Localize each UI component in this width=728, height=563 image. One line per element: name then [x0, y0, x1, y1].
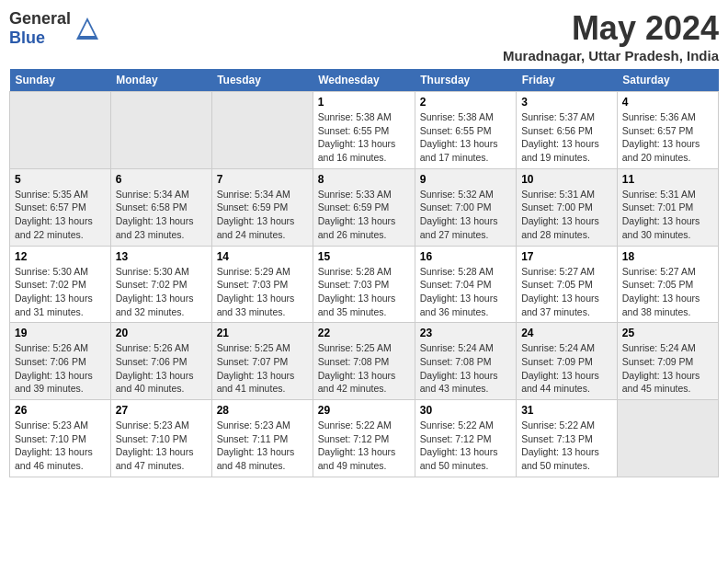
day-info: Sunrise: 5:38 AM Sunset: 6:55 PM Dayligh… — [318, 110, 410, 165]
calendar-row: 1Sunrise: 5:38 AM Sunset: 6:55 PM Daylig… — [10, 92, 719, 169]
main-title: May 2024 — [503, 9, 719, 48]
calendar-cell: 18Sunrise: 5:27 AM Sunset: 7:05 PM Dayli… — [617, 246, 718, 323]
day-number: 5 — [15, 173, 106, 186]
day-number: 3 — [521, 96, 612, 109]
day-info: Sunrise: 5:27 AM Sunset: 7:05 PM Dayligh… — [622, 265, 713, 319]
day-number: 17 — [521, 250, 612, 263]
day-number: 9 — [420, 173, 511, 186]
calendar-cell: 3Sunrise: 5:37 AM Sunset: 6:56 PM Daylig… — [517, 92, 618, 169]
day-info: Sunrise: 5:31 AM Sunset: 7:00 PM Dayligh… — [521, 188, 612, 242]
day-number: 19 — [15, 327, 106, 339]
logo-blue: Blue — [9, 29, 45, 47]
day-header: Saturday — [617, 69, 718, 92]
logo: General Blue — [9, 9, 100, 48]
calendar-cell: 5Sunrise: 5:35 AM Sunset: 6:57 PM Daylig… — [10, 168, 111, 246]
day-number: 11 — [622, 173, 713, 186]
day-info: Sunrise: 5:26 AM Sunset: 7:06 PM Dayligh… — [116, 341, 207, 396]
day-info: Sunrise: 5:31 AM Sunset: 7:01 PM Dayligh… — [622, 188, 713, 242]
calendar-cell — [10, 92, 111, 169]
calendar-cell: 7Sunrise: 5:34 AM Sunset: 6:59 PM Daylig… — [211, 168, 313, 246]
day-number: 2 — [420, 96, 511, 109]
calendar-cell: 28Sunrise: 5:23 AM Sunset: 7:11 PM Dayli… — [211, 400, 313, 477]
day-number: 25 — [622, 327, 713, 339]
calendar-cell: 1Sunrise: 5:38 AM Sunset: 6:55 PM Daylig… — [313, 92, 415, 169]
day-number: 30 — [420, 404, 511, 417]
calendar-cell: 11Sunrise: 5:31 AM Sunset: 7:01 PM Dayli… — [617, 168, 718, 246]
day-info: Sunrise: 5:24 AM Sunset: 7:08 PM Dayligh… — [420, 341, 511, 396]
day-info: Sunrise: 5:27 AM Sunset: 7:05 PM Dayligh… — [521, 265, 612, 319]
day-info: Sunrise: 5:23 AM Sunset: 7:10 PM Dayligh… — [15, 419, 106, 473]
day-info: Sunrise: 5:24 AM Sunset: 7:09 PM Dayligh… — [622, 341, 713, 396]
calendar-cell: 10Sunrise: 5:31 AM Sunset: 7:00 PM Dayli… — [517, 168, 618, 246]
day-number: 31 — [521, 404, 612, 417]
day-number: 14 — [217, 250, 308, 263]
day-number: 4 — [622, 96, 713, 109]
day-number: 13 — [116, 250, 207, 263]
calendar-cell: 6Sunrise: 5:34 AM Sunset: 6:58 PM Daylig… — [110, 168, 211, 246]
calendar-cell: 27Sunrise: 5:23 AM Sunset: 7:10 PM Dayli… — [110, 400, 211, 477]
calendar-cell — [617, 400, 718, 477]
day-info: Sunrise: 5:25 AM Sunset: 7:07 PM Dayligh… — [217, 341, 308, 396]
day-number: 15 — [318, 250, 410, 263]
day-info: Sunrise: 5:29 AM Sunset: 7:03 PM Dayligh… — [217, 265, 308, 319]
day-info: Sunrise: 5:30 AM Sunset: 7:02 PM Dayligh… — [15, 265, 106, 319]
day-number: 28 — [217, 404, 308, 417]
day-info: Sunrise: 5:38 AM Sunset: 6:55 PM Dayligh… — [420, 110, 511, 165]
calendar-cell: 21Sunrise: 5:25 AM Sunset: 7:07 PM Dayli… — [211, 323, 313, 400]
calendar-cell: 22Sunrise: 5:25 AM Sunset: 7:08 PM Dayli… — [313, 323, 415, 400]
logo-general: General — [9, 9, 71, 28]
calendar-cell: 31Sunrise: 5:22 AM Sunset: 7:13 PM Dayli… — [517, 400, 618, 477]
day-info: Sunrise: 5:22 AM Sunset: 7:12 PM Dayligh… — [318, 419, 410, 473]
calendar-cell: 9Sunrise: 5:32 AM Sunset: 7:00 PM Daylig… — [415, 168, 516, 246]
day-info: Sunrise: 5:22 AM Sunset: 7:13 PM Dayligh… — [521, 419, 612, 473]
day-info: Sunrise: 5:24 AM Sunset: 7:09 PM Dayligh… — [521, 341, 612, 396]
day-number: 10 — [521, 173, 612, 186]
logo-icon — [74, 16, 100, 41]
day-info: Sunrise: 5:30 AM Sunset: 7:02 PM Dayligh… — [116, 265, 207, 319]
title-area: May 2024 Muradnagar, Uttar Pradesh, Indi… — [503, 9, 719, 63]
day-number: 24 — [521, 327, 612, 339]
day-info: Sunrise: 5:28 AM Sunset: 7:03 PM Dayligh… — [318, 265, 410, 319]
day-info: Sunrise: 5:36 AM Sunset: 6:57 PM Dayligh… — [622, 110, 713, 165]
day-number: 7 — [217, 173, 308, 186]
calendar-cell: 24Sunrise: 5:24 AM Sunset: 7:09 PM Dayli… — [517, 323, 618, 400]
day-info: Sunrise: 5:34 AM Sunset: 6:59 PM Dayligh… — [217, 188, 308, 242]
calendar-cell: 14Sunrise: 5:29 AM Sunset: 7:03 PM Dayli… — [211, 246, 313, 323]
day-number: 26 — [15, 404, 106, 417]
calendar-cell: 26Sunrise: 5:23 AM Sunset: 7:10 PM Dayli… — [10, 400, 111, 477]
calendar-row: 12Sunrise: 5:30 AM Sunset: 7:02 PM Dayli… — [10, 246, 719, 323]
header: General Blue May 2024 Muradnagar, Uttar … — [9, 9, 719, 63]
day-info: Sunrise: 5:22 AM Sunset: 7:12 PM Dayligh… — [420, 419, 511, 473]
calendar-cell: 16Sunrise: 5:28 AM Sunset: 7:04 PM Dayli… — [415, 246, 516, 323]
calendar-cell — [110, 92, 211, 169]
calendar-cell: 4Sunrise: 5:36 AM Sunset: 6:57 PM Daylig… — [617, 92, 718, 169]
day-info: Sunrise: 5:34 AM Sunset: 6:58 PM Dayligh… — [116, 188, 207, 242]
day-number: 18 — [622, 250, 713, 263]
calendar-cell: 2Sunrise: 5:38 AM Sunset: 6:55 PM Daylig… — [415, 92, 516, 169]
calendar-cell: 8Sunrise: 5:33 AM Sunset: 6:59 PM Daylig… — [313, 168, 415, 246]
calendar-table: SundayMondayTuesdayWednesdayThursdayFrid… — [9, 69, 719, 477]
day-number: 29 — [318, 404, 410, 417]
day-info: Sunrise: 5:28 AM Sunset: 7:04 PM Dayligh… — [420, 265, 511, 319]
day-header: Sunday — [10, 69, 111, 92]
day-number: 16 — [420, 250, 511, 263]
calendar-cell: 17Sunrise: 5:27 AM Sunset: 7:05 PM Dayli… — [517, 246, 618, 323]
subtitle: Muradnagar, Uttar Pradesh, India — [503, 48, 719, 63]
day-header: Friday — [517, 69, 618, 92]
calendar-cell: 15Sunrise: 5:28 AM Sunset: 7:03 PM Dayli… — [313, 246, 415, 323]
day-info: Sunrise: 5:23 AM Sunset: 7:10 PM Dayligh… — [116, 419, 207, 473]
calendar-cell: 25Sunrise: 5:24 AM Sunset: 7:09 PM Dayli… — [617, 323, 718, 400]
day-header: Monday — [110, 69, 211, 92]
day-header: Tuesday — [211, 69, 313, 92]
calendar-row: 19Sunrise: 5:26 AM Sunset: 7:06 PM Dayli… — [10, 323, 719, 400]
day-info: Sunrise: 5:23 AM Sunset: 7:11 PM Dayligh… — [217, 419, 308, 473]
day-header: Wednesday — [313, 69, 415, 92]
calendar-cell: 12Sunrise: 5:30 AM Sunset: 7:02 PM Dayli… — [10, 246, 111, 323]
calendar-cell: 29Sunrise: 5:22 AM Sunset: 7:12 PM Dayli… — [313, 400, 415, 477]
day-info: Sunrise: 5:25 AM Sunset: 7:08 PM Dayligh… — [318, 341, 410, 396]
calendar-cell: 19Sunrise: 5:26 AM Sunset: 7:06 PM Dayli… — [10, 323, 111, 400]
calendar-cell: 30Sunrise: 5:22 AM Sunset: 7:12 PM Dayli… — [415, 400, 516, 477]
calendar-row: 26Sunrise: 5:23 AM Sunset: 7:10 PM Dayli… — [10, 400, 719, 477]
day-number: 21 — [217, 327, 308, 339]
day-info: Sunrise: 5:33 AM Sunset: 6:59 PM Dayligh… — [318, 188, 410, 242]
